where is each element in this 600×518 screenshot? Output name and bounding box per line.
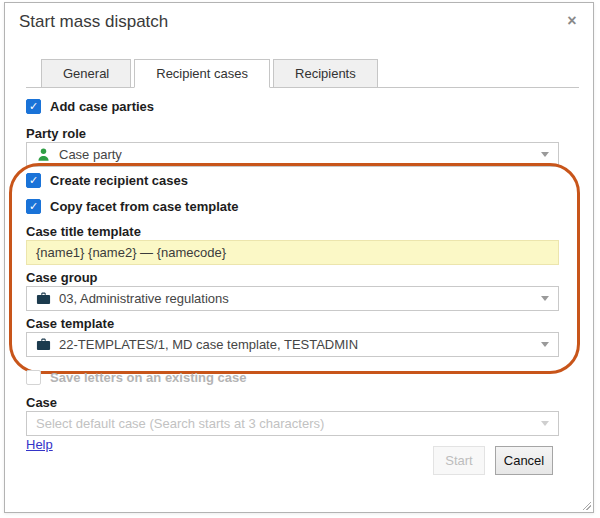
case-title-template-input[interactable]: {name1} {name2} — {namecode}: [26, 240, 559, 265]
checkmark-icon: ✓: [29, 201, 38, 212]
copy-facet-checkbox-row[interactable]: ✓ Copy facet from case template: [26, 199, 239, 214]
case-group-value: 03, Administrative regulations: [59, 291, 533, 306]
case-placeholder: Select default case (Search starts at 3 …: [36, 416, 533, 431]
tab-bar: General Recipient cases Recipients: [26, 60, 579, 88]
create-recipient-cases-label: Create recipient cases: [50, 173, 188, 188]
checkmark-icon: ✓: [29, 101, 38, 112]
create-recipient-cases-checkbox-row[interactable]: ✓ Create recipient cases: [26, 173, 188, 188]
help-link[interactable]: Help: [26, 437, 53, 452]
checkbox-checked-icon[interactable]: ✓: [26, 173, 41, 188]
case-group-select[interactable]: 03, Administrative regulations: [26, 286, 559, 311]
save-letters-checkbox-row: Save letters on an existing case: [26, 370, 247, 385]
mass-dispatch-dialog: Start mass dispatch × General Recipient …: [4, 2, 594, 513]
chevron-down-icon: [541, 296, 549, 301]
case-label: Case: [26, 395, 57, 410]
tab-recipient-cases[interactable]: Recipient cases: [134, 59, 270, 88]
checkmark-icon: ✓: [29, 175, 38, 186]
checkbox-unchecked-icon: [26, 370, 41, 385]
chevron-down-icon: [541, 152, 549, 157]
briefcase-icon: [36, 337, 51, 352]
party-role-select[interactable]: Case party: [26, 142, 559, 167]
dialog-title: Start mass dispatch: [19, 12, 168, 32]
case-title-template-label: Case title template: [26, 224, 141, 239]
case-template-select[interactable]: 22-TEMPLATES/1, MD case template, TESTAD…: [26, 332, 559, 357]
case-template-label: Case template: [26, 316, 114, 331]
copy-facet-label: Copy facet from case template: [50, 199, 239, 214]
briefcase-icon: [36, 291, 51, 306]
save-letters-label: Save letters on an existing case: [50, 370, 247, 385]
chevron-down-icon: [541, 421, 549, 426]
add-case-parties-label: Add case parties: [50, 99, 154, 114]
checkbox-checked-icon[interactable]: ✓: [26, 99, 41, 114]
resize-handle-icon[interactable]: [582, 501, 591, 510]
case-template-value: 22-TEMPLATES/1, MD case template, TESTAD…: [59, 337, 533, 352]
add-case-parties-checkbox-row[interactable]: ✓ Add case parties: [26, 99, 154, 114]
start-button: Start: [433, 446, 485, 475]
party-role-label: Party role: [26, 126, 86, 141]
cancel-button[interactable]: Cancel: [495, 446, 553, 475]
tab-general[interactable]: General: [41, 59, 131, 87]
party-role-value: Case party: [59, 147, 533, 162]
case-select: Select default case (Search starts at 3 …: [26, 411, 559, 436]
person-icon: [36, 147, 51, 162]
case-group-label: Case group: [26, 270, 98, 285]
tab-recipients[interactable]: Recipients: [273, 59, 378, 87]
chevron-down-icon: [541, 342, 549, 347]
close-icon[interactable]: ×: [562, 11, 582, 31]
checkbox-checked-icon[interactable]: ✓: [26, 199, 41, 214]
